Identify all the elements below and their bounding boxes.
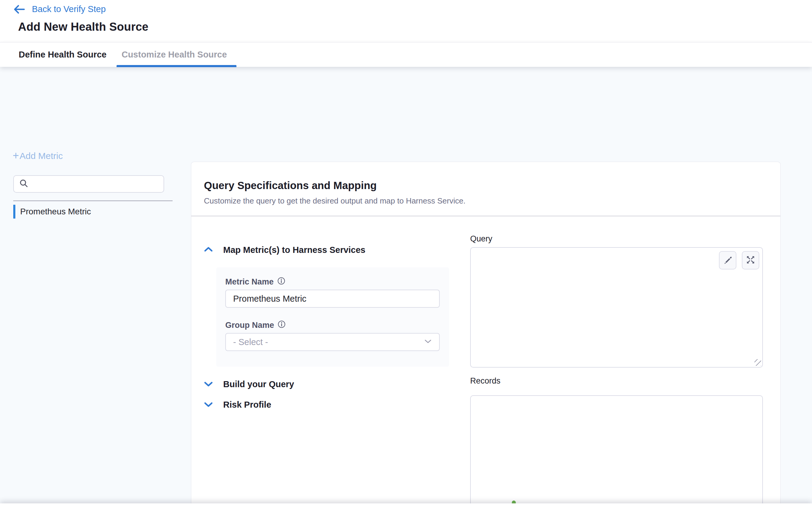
- group-name-select[interactable]: - Select -: [225, 333, 440, 351]
- content-area: + Add Metric Prometheus Metric Query Spe…: [0, 67, 812, 510]
- back-link-label: Back to Verify Step: [32, 4, 106, 14]
- query-toolbar: [719, 251, 759, 269]
- expand-icon: [746, 255, 755, 266]
- sticky-footer-bar: [0, 503, 812, 510]
- group-name-label-row: Group Name: [225, 320, 286, 330]
- info-icon[interactable]: [278, 320, 286, 330]
- expand-query-button[interactable]: [742, 251, 759, 269]
- pencil-icon: [723, 255, 732, 266]
- chevron-down-icon: [204, 401, 213, 409]
- query-textarea[interactable]: [470, 247, 763, 368]
- search-icon: [19, 179, 28, 189]
- chevron-up-icon: [204, 246, 213, 254]
- records-panel: Submit query to see records from Prometh…: [470, 395, 763, 510]
- metric-search-box: [13, 175, 164, 193]
- query-label: Query: [470, 234, 492, 244]
- section-risk-profile[interactable]: Risk Profile: [204, 400, 271, 410]
- sidebar-item-prometheus-metric[interactable]: Prometheus Metric: [13, 205, 176, 218]
- edit-query-button[interactable]: [719, 251, 736, 269]
- metric-name-label-row: Metric Name: [225, 277, 285, 287]
- section-label: Risk Profile: [223, 400, 271, 410]
- page-header: Back to Verify Step Add New Health Sourc…: [0, 0, 812, 42]
- metric-name-input[interactable]: [225, 290, 440, 308]
- chevron-down-icon: [204, 381, 213, 388]
- chevron-down-icon: [424, 339, 432, 345]
- tab-define-health-source[interactable]: Define Health Source: [19, 42, 107, 67]
- metric-item-label: Prometheus Metric: [20, 207, 91, 216]
- tab-bar: Define Health Source Customize Health So…: [0, 42, 812, 67]
- metric-name-label: Metric Name: [225, 277, 274, 287]
- map-metric-form-panel: Metric Name Group Name - Select -: [216, 267, 449, 367]
- selected-indicator-bar: [13, 205, 16, 218]
- sidebar-divider: [13, 201, 173, 201]
- card-subtitle: Customize the query to get the desired o…: [204, 196, 466, 206]
- records-label: Records: [470, 376, 500, 386]
- info-icon[interactable]: [278, 277, 285, 287]
- page-title: Add New Health Source: [18, 21, 148, 33]
- add-metric-label: Add Metric: [20, 151, 63, 161]
- back-to-verify-step-link[interactable]: Back to Verify Step: [13, 4, 106, 14]
- section-label: Build your Query: [223, 379, 294, 389]
- search-input[interactable]: [32, 176, 164, 192]
- add-metric-button[interactable]: + Add Metric: [13, 151, 63, 161]
- arrow-left-icon: [13, 4, 25, 14]
- query-specifications-card: Query Specifications and Mapping Customi…: [191, 162, 781, 510]
- card-header-divider: [191, 216, 780, 216]
- select-placeholder: - Select -: [233, 337, 268, 347]
- plus-icon: +: [13, 150, 19, 161]
- section-build-your-query[interactable]: Build your Query: [204, 379, 294, 389]
- card-title: Query Specifications and Mapping: [204, 179, 377, 191]
- section-map-metrics-to-harness-services[interactable]: Map Metric(s) to Harness Services: [204, 245, 365, 255]
- tab-customize-health-source[interactable]: Customize Health Source: [122, 42, 227, 67]
- resize-handle[interactable]: [754, 359, 761, 366]
- section-label: Map Metric(s) to Harness Services: [223, 245, 365, 255]
- group-name-label: Group Name: [225, 321, 274, 330]
